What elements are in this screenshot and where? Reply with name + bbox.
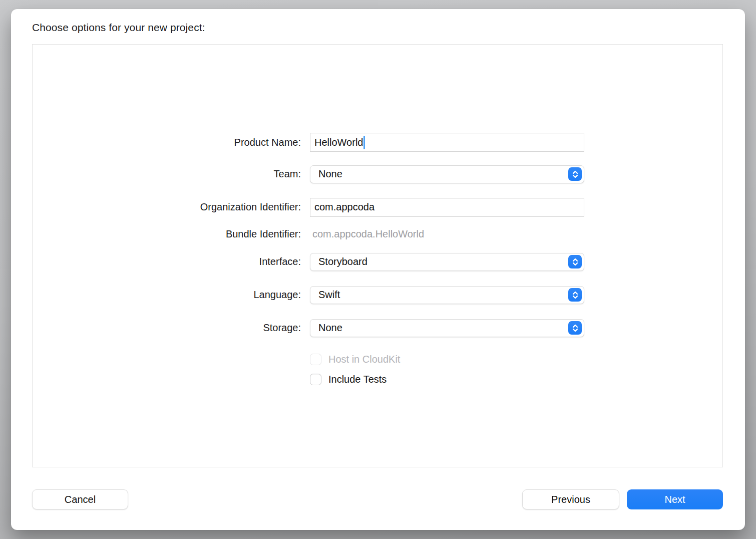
include-tests-checkbox[interactable] xyxy=(310,374,321,385)
dialog-title: Choose options for your new project: xyxy=(32,21,205,34)
include-tests-row: Include Tests xyxy=(33,372,722,386)
options-panel: Product Name: HelloWorld Team: None xyxy=(32,44,723,467)
chevron-up-down-icon xyxy=(568,255,582,268)
organization-identifier-label: Organization Identifier: xyxy=(33,201,301,213)
language-row: Language: Swift xyxy=(33,286,722,304)
organization-identifier-row: Organization Identifier: com.appcoda xyxy=(33,197,722,217)
bundle-identifier-label: Bundle Identifier: xyxy=(33,228,301,240)
language-dropdown[interactable]: Swift xyxy=(310,286,584,304)
host-in-cloudkit-checkbox xyxy=(310,354,321,365)
team-row: Team: None xyxy=(33,165,722,183)
chevron-up-down-icon xyxy=(568,167,582,181)
chevron-up-down-icon xyxy=(568,288,582,302)
product-name-value: HelloWorld xyxy=(314,137,363,148)
text-cursor xyxy=(363,136,365,149)
team-label: Team: xyxy=(33,168,301,180)
interface-dropdown-value: Storyboard xyxy=(318,256,568,267)
team-dropdown-value: None xyxy=(318,168,568,180)
bundle-identifier-value: com.appcoda.HelloWorld xyxy=(310,228,424,240)
organization-identifier-value: com.appcoda xyxy=(314,201,374,213)
interface-dropdown[interactable]: Storyboard xyxy=(310,253,584,271)
include-tests-label: Include Tests xyxy=(328,374,387,385)
interface-row: Interface: Storyboard xyxy=(33,252,722,271)
interface-label: Interface: xyxy=(33,256,301,267)
language-dropdown-value: Swift xyxy=(318,289,568,301)
chevron-up-down-icon xyxy=(568,321,582,335)
bundle-identifier-row: Bundle Identifier: com.appcoda.HelloWorl… xyxy=(33,226,722,241)
storage-dropdown[interactable]: None xyxy=(310,319,584,337)
storage-label: Storage: xyxy=(33,322,301,334)
next-button[interactable]: Next xyxy=(627,489,723,509)
host-in-cloudkit-label: Host in CloudKit xyxy=(328,354,400,365)
previous-button[interactable]: Previous xyxy=(522,489,619,509)
new-project-options-dialog: Choose options for your new project: Pro… xyxy=(11,9,745,530)
organization-identifier-field[interactable]: com.appcoda xyxy=(310,198,584,217)
team-dropdown[interactable]: None xyxy=(310,165,584,183)
storage-dropdown-value: None xyxy=(318,322,568,334)
product-name-label: Product Name: xyxy=(33,137,301,148)
storage-row: Storage: None xyxy=(33,319,722,337)
product-name-field[interactable]: HelloWorld xyxy=(310,133,584,152)
desktop-background: Choose options for your new project: Pro… xyxy=(0,0,756,539)
product-name-row: Product Name: HelloWorld xyxy=(33,132,722,152)
host-in-cloudkit-row: Host in CloudKit xyxy=(33,352,722,366)
language-label: Language: xyxy=(33,289,301,301)
cancel-button[interactable]: Cancel xyxy=(32,489,128,509)
